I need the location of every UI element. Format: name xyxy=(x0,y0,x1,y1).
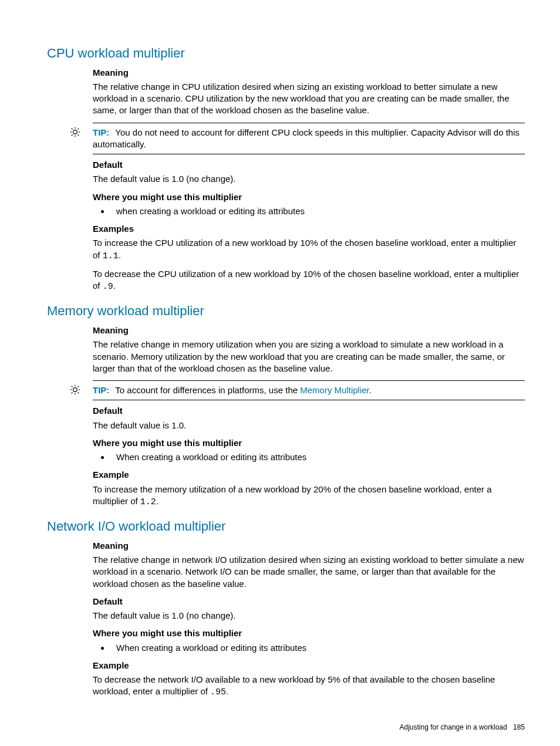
memory-tip-pre: To account for differences in platforms,… xyxy=(115,385,300,395)
cpu-tip-block: TIP:You do not need to account for diffe… xyxy=(69,123,525,155)
memory-tip-post: . xyxy=(369,385,372,395)
tip-icon xyxy=(69,384,93,399)
memory-tip-label: TIP: xyxy=(93,385,109,395)
memory-meaning-text: The relative change in memory utilizatio… xyxy=(93,339,525,374)
cpu-default-text: The default value is 1.0 (no change). xyxy=(93,173,525,185)
memory-example-text: To increase the memory utilization of a … xyxy=(93,484,525,509)
cpu-where-item: when creating a workload or editing its … xyxy=(110,205,525,217)
network-meaning-label: Meaning xyxy=(93,540,525,552)
page-footer: Adjusting for change in a workload 185 xyxy=(47,723,525,732)
cpu-tip-label: TIP: xyxy=(93,127,109,137)
network-example-text: To decrease the network I/O available to… xyxy=(93,674,525,699)
cpu-example-increase: To increase the CPU utilization of a new… xyxy=(93,237,525,262)
cpu-tip-text: You do not need to account for different… xyxy=(93,127,519,149)
cpu-examples-label: Examples xyxy=(93,223,525,235)
network-section-title: Network I/O workload multiplier xyxy=(47,518,525,535)
memory-default-label: Default xyxy=(93,405,525,417)
network-meaning-text: The relative change in network I/O utili… xyxy=(93,554,525,590)
cpu-example-decrease: To decrease the CPU utilization of a new… xyxy=(93,268,525,293)
footer-text: Adjusting for change in a workload xyxy=(400,723,507,731)
memory-section-title: Memory workload multiplier xyxy=(47,302,525,320)
network-where-item: When creating a workload or editing its … xyxy=(110,642,525,654)
memory-example-label: Example xyxy=(93,469,525,481)
cpu-meaning-text: The relative change in CPU utilization d… xyxy=(93,81,525,117)
memory-where-label: Where you might use this multiplier xyxy=(93,437,525,449)
network-default-text: The default value is 1.0 (no change). xyxy=(93,610,525,622)
memory-where-item: When creating a workload or editing its … xyxy=(110,451,525,463)
memory-default-text: The default value is 1.0. xyxy=(93,420,525,431)
network-example-label: Example xyxy=(93,660,525,671)
cpu-default-label: Default xyxy=(93,159,525,171)
cpu-where-label: Where you might use this multiplier xyxy=(93,191,525,203)
cpu-meaning-label: Meaning xyxy=(93,67,525,79)
memory-meaning-label: Meaning xyxy=(93,325,525,336)
cpu-section-title: CPU workload multiplier xyxy=(47,45,525,62)
footer-page: 185 xyxy=(513,723,525,731)
network-default-label: Default xyxy=(93,596,525,607)
tip-icon xyxy=(69,126,93,141)
memory-multiplier-link[interactable]: Memory Multiplier xyxy=(300,385,369,395)
network-where-label: Where you might use this multiplier xyxy=(93,627,525,639)
memory-tip-block: TIP:To account for differences in platfo… xyxy=(69,380,525,400)
